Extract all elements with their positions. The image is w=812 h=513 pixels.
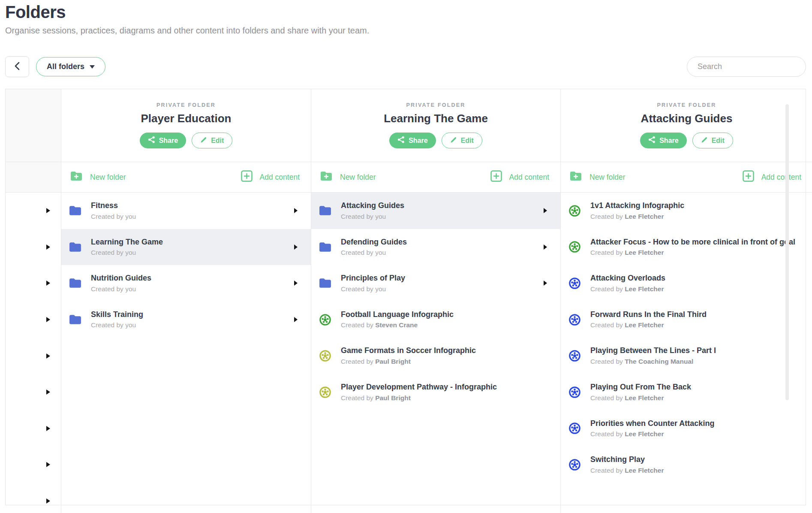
folder-row[interactable]: Nutrition GuidesCreated by you <box>61 265 311 302</box>
share-button[interactable]: Share <box>640 133 686 148</box>
add-content-label: Add content <box>761 173 801 182</box>
gutter-row[interactable] <box>6 229 61 266</box>
add-content-button[interactable]: Add content <box>241 170 300 184</box>
gutter-row[interactable] <box>6 483 61 513</box>
folder-actions-bar: New folder Add content <box>311 162 561 193</box>
gutter-row[interactable] <box>6 374 61 410</box>
content-row[interactable]: Playing Between The Lines - Part ICreate… <box>561 338 812 374</box>
item-title: Defending Guides <box>341 238 407 247</box>
folder-row[interactable]: Skills TrainingCreated by you <box>61 302 311 338</box>
pencil-icon <box>200 136 207 145</box>
folder-row[interactable]: Learning The GameCreated by you <box>61 229 311 266</box>
chevron-right-icon <box>294 281 298 286</box>
chevron-right-icon <box>46 426 50 431</box>
item-creator: Created by Steven Crane <box>341 321 454 329</box>
football-icon <box>319 314 332 326</box>
chevron-right-icon <box>294 317 298 322</box>
share-button-label: Share <box>409 137 427 145</box>
folder-row[interactable]: Attacking GuidesCreated by you <box>311 193 560 229</box>
folder-filter-dropdown[interactable]: All folders <box>36 57 105 76</box>
gutter-row[interactable] <box>6 447 61 483</box>
new-folder-button[interactable]: New folder <box>569 171 626 184</box>
add-content-button[interactable]: Add content <box>743 170 801 184</box>
item-title: Forward Runs In the Final Third <box>590 310 707 320</box>
page-title: Folders <box>5 3 66 22</box>
edit-button[interactable]: Edit <box>692 133 733 148</box>
share-button[interactable]: Share <box>140 133 186 148</box>
chevron-right-icon <box>46 244 50 250</box>
new-folder-label: New folder <box>90 173 126 182</box>
content-row[interactable]: Player Development Pathway - Infographic… <box>311 374 560 410</box>
content-row[interactable]: Football Language InfographicCreated by … <box>311 302 560 338</box>
gutter-row[interactable] <box>6 193 61 229</box>
item-creator: Created by The Coaching Manual <box>590 358 716 365</box>
item-title: Playing Between The Lines - Part I <box>590 346 716 356</box>
scrollbar[interactable] <box>785 104 789 400</box>
item-creator: Created by Lee Fletcher <box>590 285 665 293</box>
column-item-list: 1v1 Attacking InfographicCreated by Lee … <box>561 193 812 513</box>
item-title: Learning The Game <box>91 238 163 247</box>
chevron-right-icon <box>46 498 50 504</box>
folder-icon <box>319 205 332 216</box>
folder-icon <box>69 241 82 253</box>
content-row[interactable]: Attacker Focus - How to be more clinical… <box>561 229 812 266</box>
new-folder-icon <box>569 171 582 184</box>
item-creator: Created by Paul Bright <box>341 358 476 365</box>
content-row[interactable]: Game Formats in Soccer InfographicCreate… <box>311 338 560 374</box>
folder-icon <box>319 241 332 253</box>
edit-button[interactable]: Edit <box>192 133 232 148</box>
folders-table: PRIVATE FOLDER Player Education Share Ed… <box>5 89 806 505</box>
search-input[interactable] <box>687 57 806 77</box>
item-title: Attacking Overloads <box>590 274 665 283</box>
item-creator: Created by Lee Fletcher <box>590 394 691 402</box>
content-row[interactable]: Attacking OverloadsCreated by Lee Fletch… <box>561 265 812 302</box>
item-creator: Created by Lee Fletcher <box>590 321 707 329</box>
gutter-row[interactable] <box>6 265 61 302</box>
share-icon <box>148 136 155 145</box>
chevron-right-icon <box>294 244 298 250</box>
new-folder-icon <box>70 171 83 184</box>
content-row[interactable]: Priorities when Counter AttackingCreated… <box>561 410 812 447</box>
gutter-row[interactable] <box>6 338 61 374</box>
chevron-left-icon <box>14 62 20 72</box>
folder-row[interactable]: FitnessCreated by you <box>61 193 311 229</box>
content-row[interactable]: 1v1 Attacking InfographicCreated by Lee … <box>561 193 812 229</box>
content-row[interactable]: Playing Out From The BackCreated by Lee … <box>561 374 812 410</box>
folder-icon <box>69 314 82 325</box>
folder-title: Player Education <box>141 112 232 125</box>
item-creator: Created by Lee Fletcher <box>590 430 714 438</box>
back-button[interactable] <box>5 56 29 77</box>
football-icon <box>568 386 581 398</box>
share-icon <box>397 136 405 145</box>
folder-icon <box>319 278 332 289</box>
gutter-rows <box>6 193 61 513</box>
item-title: Nutrition Guides <box>91 274 151 283</box>
folder-row[interactable]: Defending GuidesCreated by you <box>311 229 560 266</box>
football-icon <box>568 314 581 326</box>
chevron-right-icon <box>46 208 50 213</box>
share-button[interactable]: Share <box>389 133 436 148</box>
football-icon <box>568 277 581 290</box>
share-icon <box>648 136 656 145</box>
content-row[interactable]: Switching PlayCreated by Lee Fletcher <box>561 447 812 483</box>
new-folder-button[interactable]: New folder <box>320 171 376 184</box>
item-title: Principles of Play <box>341 274 405 283</box>
content-row[interactable]: Forward Runs In the Final ThirdCreated b… <box>561 302 812 338</box>
folder-row[interactable]: Principles of PlayCreated by you <box>311 265 560 302</box>
item-creator: Created by you <box>91 213 136 220</box>
item-title: Player Development Pathway - Infographic <box>341 383 497 392</box>
add-content-button[interactable]: Add content <box>490 170 549 184</box>
edit-button[interactable]: Edit <box>442 133 482 148</box>
gutter-row[interactable] <box>6 410 61 447</box>
chevron-right-icon <box>46 353 50 359</box>
folder-icon <box>69 205 82 216</box>
chevron-right-icon <box>46 317 50 322</box>
new-folder-icon <box>320 171 333 184</box>
pencil-icon <box>701 136 708 145</box>
item-title: Fitness <box>91 201 136 211</box>
private-folder-header: PRIVATE FOLDER Learning The Game Share E… <box>311 89 561 162</box>
column-item-list: FitnessCreated by youLearning The GameCr… <box>61 193 311 513</box>
gutter-row[interactable] <box>6 302 61 338</box>
item-creator: Created by you <box>91 285 151 293</box>
new-folder-button[interactable]: New folder <box>70 171 126 184</box>
